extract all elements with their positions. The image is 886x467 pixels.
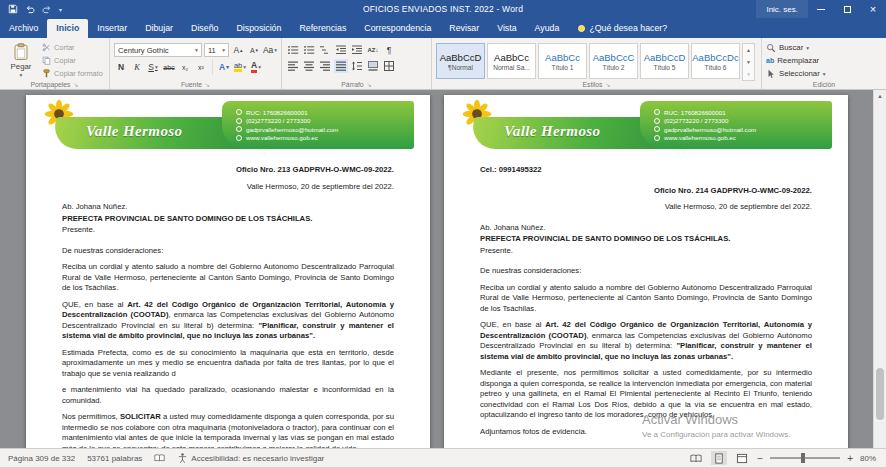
italic-button[interactable]: K xyxy=(130,60,144,74)
strikethrough-button[interactable]: abc xyxy=(162,60,176,74)
web-layout-button[interactable] xyxy=(734,451,750,465)
multilevel-list-button[interactable] xyxy=(318,43,332,57)
salutation[interactable]: De nuestras consideraciones: xyxy=(480,266,812,277)
paragraph-dialog-launcher[interactable]: ↘ xyxy=(367,81,372,88)
zoom-in-button[interactable]: + xyxy=(847,453,853,464)
bullets-button[interactable] xyxy=(286,43,300,57)
scrollbar-thumb[interactable] xyxy=(876,368,884,420)
addressee-name[interactable]: Ab. Johana Núñez. xyxy=(480,223,812,234)
paragraph-maintenance[interactable]: e mantenimiento vial ha quedado paraliza… xyxy=(62,385,394,406)
line-spacing-button[interactable] xyxy=(350,59,364,73)
paste-button[interactable]: Pegar ▾ xyxy=(4,41,38,79)
word-count[interactable]: 53761 palabras xyxy=(87,454,142,463)
replace-button[interactable]: ab Reemplazar xyxy=(766,54,882,67)
zoom-level[interactable]: 80% xyxy=(860,454,876,463)
oficio-number[interactable]: Oficio Nro. 214 GADPRVH-O-WMC-09-2022. xyxy=(480,186,812,197)
tab-vista[interactable]: Vista xyxy=(488,19,525,38)
paragraph-machinery[interactable]: Estimada Prefecta, como es de su conocim… xyxy=(62,348,394,380)
clipboard-dialog-launcher[interactable]: ↘ xyxy=(74,81,79,88)
zoom-slider-thumb[interactable] xyxy=(801,453,805,463)
tell-me-search[interactable]: ¿Qué desea hacer? xyxy=(568,19,677,38)
tab-referencias[interactable]: Referencias xyxy=(290,19,355,38)
tab-revisar[interactable]: Revisar xyxy=(440,19,488,38)
tab-inicio[interactable]: Inicio xyxy=(47,19,88,38)
format-painter-button[interactable]: Copiar formato xyxy=(42,67,103,79)
proofing-status[interactable] xyxy=(154,453,165,463)
undo-button[interactable] xyxy=(25,4,35,14)
zoom-slider[interactable] xyxy=(770,457,840,459)
restore-button[interactable] xyxy=(834,0,860,18)
borders-button[interactable] xyxy=(382,59,396,73)
tab-insertar[interactable]: Insertar xyxy=(88,19,136,38)
style-titulo-1[interactable]: AaBbCcTítulo 1 xyxy=(538,43,587,79)
font-size-select[interactable]: 11▾ xyxy=(204,43,229,57)
customize-qat-button[interactable]: ▾ xyxy=(59,6,62,13)
find-button[interactable]: Buscar ▾ xyxy=(766,41,882,54)
copy-button[interactable]: Copiar xyxy=(42,54,103,66)
signature-phone[interactable]: Cel.: 0991495322 xyxy=(480,165,812,176)
tab-correspondencia[interactable]: Correspondencia xyxy=(355,19,440,38)
style-titulo-5[interactable]: AaBbCcDTítulo 5 xyxy=(640,43,689,79)
font-color-button[interactable]: A▾ xyxy=(249,60,263,74)
oficio-date[interactable]: Valle Hermoso, 20 de septiembre del 2022… xyxy=(480,202,812,213)
salutation[interactable]: De nuestras consideraciones: xyxy=(62,246,394,257)
style-titulo-2[interactable]: AaBbCcCTítulo 2 xyxy=(589,43,638,79)
addressee-present[interactable]: Presente. xyxy=(62,225,394,236)
page-count[interactable]: Página 309 de 332 xyxy=(8,454,75,463)
underline-button[interactable]: S▾ xyxy=(146,60,160,74)
change-case-button[interactable]: Aa▾ xyxy=(263,43,277,57)
justify-button[interactable] xyxy=(334,59,348,73)
cut-button[interactable]: Cortar xyxy=(42,41,103,53)
redo-button[interactable] xyxy=(42,4,52,14)
zoom-out-button[interactable]: − xyxy=(757,453,763,464)
styles-scroll-up-button[interactable]: ▲ xyxy=(743,44,754,56)
decrease-indent-button[interactable] xyxy=(334,43,348,57)
letterhead[interactable]: Valle Hermoso GAD PARROQUIAL RUC: 176082… xyxy=(480,103,812,155)
align-left-button[interactable] xyxy=(286,59,300,73)
numbering-button[interactable] xyxy=(302,43,316,57)
select-button[interactable]: Seleccionar ▾ xyxy=(766,67,882,80)
letterhead[interactable]: Valle Hermoso GAD PARROQUIAL RUC: 176082… xyxy=(62,103,394,155)
style-titulo-6[interactable]: AaBbCcDcTítulo 6 xyxy=(691,43,740,79)
highlight-button[interactable]: ab▾ xyxy=(233,60,247,74)
paragraph-legal-basis[interactable]: QUE, en base al Art. 42 del Código Orgán… xyxy=(62,300,394,342)
document-page-2[interactable]: Valle Hermoso GAD PARROQUIAL RUC: 176082… xyxy=(444,95,848,448)
tab-ayuda[interactable]: Ayuda xyxy=(526,19,569,38)
styles-scroll-down-button[interactable]: ▼ xyxy=(743,56,754,68)
increase-indent-button[interactable] xyxy=(350,43,364,57)
align-center-button[interactable] xyxy=(302,59,316,73)
print-layout-button[interactable] xyxy=(711,451,727,465)
document-page-1[interactable]: Valle Hermoso GAD PARROQUIAL RUC: 176082… xyxy=(26,95,430,448)
font-family-select[interactable]: Century Gothic▾ xyxy=(114,43,202,57)
paragraph-road-request[interactable]: Mediante el presente, nos permitimos sol… xyxy=(480,368,812,421)
shrink-font-button[interactable]: A▾ xyxy=(247,43,261,57)
minimize-button[interactable] xyxy=(808,0,834,18)
addressee-present[interactable]: Presente. xyxy=(480,246,812,257)
read-mode-button[interactable] xyxy=(688,451,704,465)
accessibility-status[interactable]: Accesibilidad: es necesario investigar xyxy=(177,453,324,463)
align-right-button[interactable] xyxy=(318,59,332,73)
addressee-name[interactable]: Ab. Johana Núñez. xyxy=(62,202,394,213)
tab-dibujar[interactable]: Dibujar xyxy=(136,19,182,38)
paragraph-legal-basis[interactable]: QUE, en base al Art. 42 del Código Orgán… xyxy=(480,320,812,362)
text-effects-button[interactable]: A▾ xyxy=(217,60,231,74)
grow-font-button[interactable]: A▴ xyxy=(231,43,245,57)
show-marks-button[interactable]: ¶ xyxy=(382,43,396,57)
paragraph-request[interactable]: Nos permitimos, SOLICITAR a usted muy co… xyxy=(62,412,394,448)
oficio-date[interactable]: Valle Hermoso, 20 de septiembre del 2022… xyxy=(62,182,394,193)
addressee-title[interactable]: PREFECTA PROVINCIAL DE SANTO DOMINGO DE … xyxy=(62,214,394,225)
style-normal[interactable]: AaBbCcD¶Normal xyxy=(436,43,485,79)
font-dialog-launcher[interactable]: ↘ xyxy=(205,81,210,88)
vertical-scrollbar[interactable]: ▲ xyxy=(873,90,886,448)
scroll-up-button[interactable]: ▲ xyxy=(874,90,886,102)
oficio-number[interactable]: Oficio Nro. 213 GADPRVH-O-WMC-09-2022. xyxy=(62,165,394,176)
tab-archivo[interactable]: Archivo xyxy=(0,19,47,38)
sign-in-button[interactable]: Inic. ses. xyxy=(756,0,808,18)
shading-button[interactable] xyxy=(366,59,380,73)
superscript-button[interactable]: x² xyxy=(194,60,208,74)
save-button[interactable] xyxy=(8,4,18,14)
bold-button[interactable]: N xyxy=(114,60,128,74)
subscript-button[interactable]: x₂ xyxy=(178,60,192,74)
style-normal-sa[interactable]: AaBbCcNormal Sa... xyxy=(487,43,536,79)
tab-diseno[interactable]: Diseño xyxy=(182,19,227,38)
